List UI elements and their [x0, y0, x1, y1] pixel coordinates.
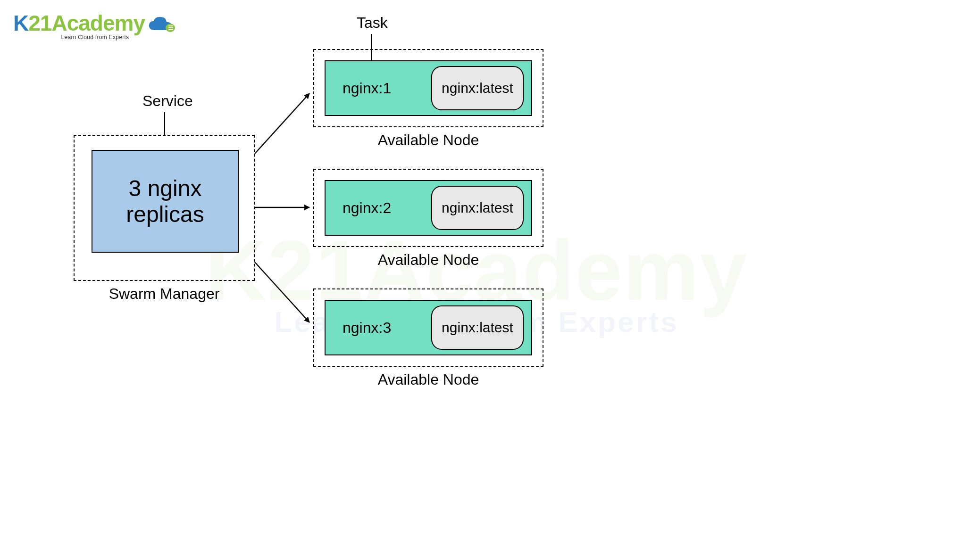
svg-rect-2 — [168, 27, 173, 28]
image-chip-2: nginx:latest — [431, 186, 524, 230]
logo-tagline: Learn Cloud from Experts — [61, 34, 129, 41]
node-caption-3: Available Node — [314, 371, 543, 388]
image-chip-1: nginx:latest — [431, 66, 524, 110]
service-text-line2: replicas — [126, 202, 204, 227]
image-chip-3: nginx:latest — [431, 305, 524, 350]
task-box-3: nginx:3 nginx:latest — [325, 300, 532, 355]
svg-line-4 — [255, 93, 309, 154]
logo-21: 21 — [28, 11, 51, 35]
node-container-1: nginx:1 nginx:latest Available Node — [313, 49, 543, 127]
cloud-icon — [147, 15, 177, 34]
swarm-manager-container: 3 nginx replicas Swarm Manager — [74, 135, 255, 281]
service-pointer — [164, 112, 165, 136]
logo-academy: Academy — [51, 11, 145, 35]
svg-rect-3 — [168, 29, 173, 30]
node-container-3: nginx:3 nginx:latest Available Node — [313, 288, 543, 367]
node-container-2: nginx:2 nginx:latest Available Node — [313, 169, 543, 247]
swarm-manager-caption: Swarm Manager — [75, 285, 254, 303]
task-label: Task — [357, 14, 388, 32]
svg-line-6 — [255, 262, 309, 322]
node-caption-1: Available Node — [314, 132, 543, 149]
service-box: 3 nginx replicas — [92, 150, 239, 253]
service-label: Service — [142, 92, 193, 110]
task-name-3: nginx:3 — [343, 319, 391, 337]
task-name-2: nginx:2 — [343, 199, 391, 217]
node-caption-2: Available Node — [314, 251, 543, 269]
logo-k: K — [13, 11, 28, 35]
task-name-1: nginx:1 — [343, 80, 391, 97]
svg-rect-1 — [168, 25, 173, 26]
service-text-line1: 3 nginx — [129, 176, 202, 201]
brand-logo: K21Academy Learn Cloud from Experts — [13, 10, 177, 41]
task-box-2: nginx:2 nginx:latest — [325, 180, 532, 236]
task-box-1: nginx:1 nginx:latest — [325, 60, 532, 116]
